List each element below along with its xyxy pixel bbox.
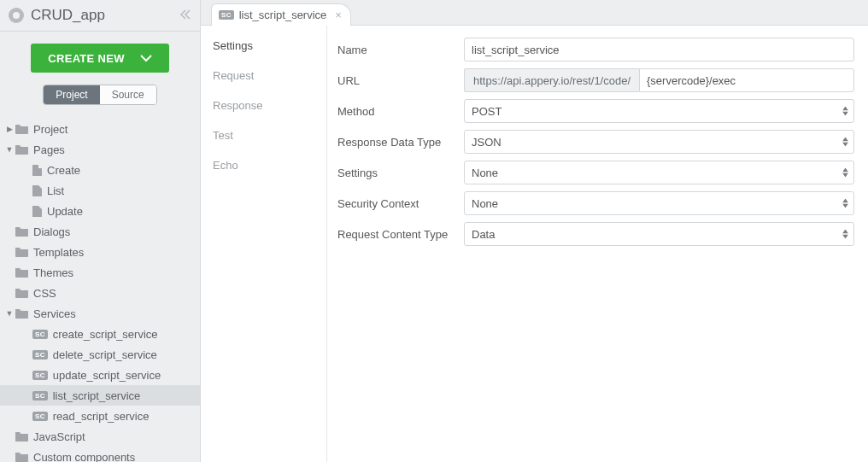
main-area: SC list_script_service × Settings Reques…	[201, 0, 868, 462]
chevron-down-icon	[140, 54, 152, 62]
subnav-test[interactable]: Test	[201, 120, 326, 150]
label-method: Method	[337, 105, 464, 118]
tree-node-pages[interactable]: ▼ Pages	[0, 139, 200, 160]
tree-label: Custom components	[33, 451, 135, 463]
label-security-context: Security Context	[337, 197, 464, 210]
collapse-sidebar-button[interactable]	[179, 8, 191, 23]
settings-subnav: Settings Request Response Test Echo	[201, 26, 327, 462]
sc-icon: SC	[32, 412, 48, 421]
tree-label: Themes	[33, 266, 73, 279]
request-content-type-select[interactable]: Data	[464, 222, 854, 246]
name-input[interactable]	[464, 38, 854, 61]
tree-node-service-create[interactable]: SC create_script_service	[0, 324, 200, 344]
tree-node-dialogs[interactable]: ▶ Dialogs	[0, 221, 200, 242]
tree-label: Pages	[33, 143, 65, 156]
security-context-select[interactable]: None	[464, 191, 854, 215]
folder-icon	[15, 144, 28, 155]
project-tree: ▶ Project ▼ Pages Create List Update	[0, 115, 200, 462]
tree-label: CSS	[33, 287, 56, 300]
page-icon	[32, 206, 42, 217]
create-new-button[interactable]: CREATE NEW	[31, 44, 169, 73]
folder-icon	[15, 452, 28, 462]
toggle-project[interactable]: Project	[44, 85, 99, 104]
folder-icon	[15, 288, 28, 298]
folder-icon	[15, 226, 28, 237]
tree-node-services[interactable]: ▼ Services	[0, 303, 200, 324]
tree-label: create_script_service	[53, 328, 158, 341]
project-source-toggle: Project Source	[43, 85, 156, 105]
tree-label: List	[47, 184, 64, 197]
tree-node-javascript[interactable]: ▶ JavaScript	[0, 426, 200, 447]
sc-icon: SC	[32, 330, 48, 339]
response-data-type-select[interactable]: JSON	[464, 130, 854, 154]
url-prefix: https://api.appery.io/rest/1/code/	[464, 68, 639, 92]
caret-down-icon: ▼	[3, 309, 15, 318]
sc-icon: SC	[32, 391, 48, 401]
create-new-label: CREATE NEW	[48, 52, 124, 65]
tree-node-page-create[interactable]: Create	[0, 160, 200, 180]
subnav-settings[interactable]: Settings	[201, 31, 326, 61]
tree-label: update_script_service	[53, 369, 161, 382]
label-url: URL	[337, 74, 464, 87]
tree-node-service-list[interactable]: SC list_script_service	[0, 385, 200, 406]
caret-right-icon: ▶	[3, 125, 15, 133]
method-select[interactable]: POST	[464, 99, 854, 123]
tree-node-service-delete[interactable]: SC delete_script_service	[0, 344, 200, 365]
page-icon	[32, 165, 42, 176]
sc-icon: SC	[32, 350, 48, 360]
svg-point-0	[13, 12, 20, 19]
subnav-request[interactable]: Request	[201, 61, 326, 91]
folder-icon	[15, 247, 28, 257]
tree-label: Templates	[33, 246, 84, 259]
folder-icon	[15, 308, 28, 319]
tab-list-script-service[interactable]: SC list_script_service ×	[211, 3, 351, 26]
tree-label: Dialogs	[33, 225, 70, 238]
tree-label: Services	[33, 307, 76, 320]
subnav-response[interactable]: Response	[201, 91, 326, 120]
label-settings: Settings	[337, 167, 464, 179]
tree-node-service-read[interactable]: SC read_script_service	[0, 406, 200, 426]
caret-down-icon: ▼	[3, 145, 15, 154]
sidebar-header: CRUD_app	[0, 0, 200, 32]
close-icon[interactable]: ×	[335, 9, 342, 21]
tree-label: Create	[47, 164, 80, 177]
subnav-echo[interactable]: Echo	[201, 150, 326, 180]
tree-node-themes[interactable]: ▶ Themes	[0, 262, 200, 283]
sidebar: CRUD_app CREATE NEW Project Source ▶ Pro…	[0, 0, 201, 462]
tree-node-custom-components[interactable]: ▶ Custom components	[0, 447, 200, 462]
tree-node-project[interactable]: ▶ Project	[0, 119, 200, 139]
sc-icon: SC	[219, 10, 234, 20]
url-input[interactable]	[639, 68, 854, 92]
toggle-source[interactable]: Source	[100, 85, 156, 104]
tree-label: Update	[47, 205, 83, 218]
folder-icon	[15, 267, 28, 278]
tree-node-service-update[interactable]: SC update_script_service	[0, 365, 200, 385]
label-request-content-type: Request Content Type	[337, 228, 464, 241]
tree-label: Project	[33, 123, 67, 136]
label-response-data-type: Response Data Type	[337, 136, 464, 149]
label-name: Name	[337, 44, 464, 56]
tree-label: JavaScript	[33, 430, 85, 443]
folder-icon	[15, 431, 28, 442]
tree-node-page-update[interactable]: Update	[0, 201, 200, 221]
tabs-bar: SC list_script_service ×	[201, 0, 868, 26]
tree-node-page-list[interactable]: List	[0, 180, 200, 201]
tree-node-templates[interactable]: ▶ Templates	[0, 242, 200, 262]
app-title: CRUD_app	[31, 7, 179, 24]
app-logo-icon	[9, 8, 24, 23]
tree-label: read_script_service	[53, 410, 150, 423]
settings-select[interactable]: None	[464, 161, 854, 184]
tree-label: delete_script_service	[53, 348, 157, 361]
settings-form: Name URL https://api.appery.io/rest/1/co…	[327, 26, 868, 462]
tree-node-css[interactable]: ▶ CSS	[0, 283, 200, 303]
tab-title: list_script_service	[239, 9, 327, 21]
tree-label: list_script_service	[53, 389, 141, 402]
sc-icon: SC	[32, 371, 48, 380]
folder-icon	[15, 124, 28, 134]
page-icon	[32, 185, 42, 196]
